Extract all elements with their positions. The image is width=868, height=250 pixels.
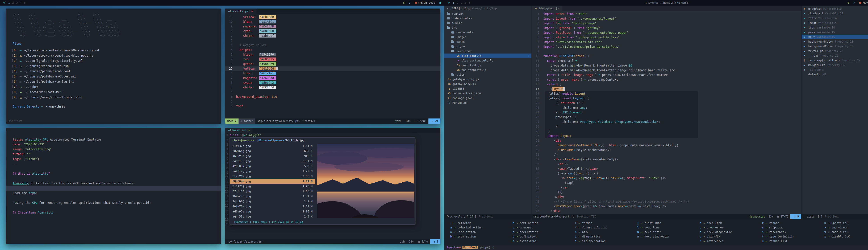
code-line[interactable]: Alacritty bills itself as the fastest te… (6, 181, 221, 186)
code-line[interactable]: 1alias lg='lazygit' (225, 133, 440, 138)
code-line[interactable] (6, 186, 221, 191)
vista-symbol[interactable]: default:48 (802, 72, 868, 77)
code-line[interactable] (6, 205, 221, 210)
startify-entry[interactable]: [3]$~/.config/zsh/aliases.zsh (12, 63, 221, 68)
code-line[interactable]: 39 ))} (531, 190, 802, 195)
code-line[interactable]: 8import "../style/themes/prism-darcula.l… (531, 45, 802, 49)
tree-item-src[interactable]: src (444, 25, 531, 30)
code-line[interactable]: 40 </div> (531, 195, 802, 199)
code-line[interactable]: 7 (225, 99, 440, 104)
workspace-1[interactable]: 1 (8, 1, 10, 4)
code-line[interactable]: 31 /> (531, 152, 802, 157)
code-line[interactable]: function BlogPost(props) { (446, 245, 494, 250)
vista-symbol[interactable]: ◆imageVariable:14 (802, 21, 868, 25)
startify-entry[interactable]: [4]⚙~/.config/picom/picom.conf (12, 68, 221, 74)
whichkey-entry[interactable]: b→next action (512, 221, 572, 225)
tree-item-gatsby-node.js[interactable]: JSgatsby-node.js (444, 82, 531, 86)
code-line[interactable]: 6 (225, 38, 440, 43)
code-line[interactable]: 29 dangerouslySetInnerHTML={{ __html: pr… (531, 143, 802, 148)
code-line[interactable]: date: "2020-05-23" (6, 142, 221, 147)
whichkey-entry[interactable]: z→disable CoC (824, 234, 868, 239)
whichkey-entry[interactable]: x→enable CoC (824, 230, 868, 234)
vista-symbol[interactable]: ◆thumbnailVariable:11 (802, 11, 868, 16)
code-line[interactable]: 27import Layout (531, 134, 802, 138)
startify-entry[interactable]: [6]⚙~/.config/polybar/config.ini (12, 79, 221, 84)
whichkey-entry[interactable]: a→selected action (449, 225, 510, 230)
file-row[interactable]: 07nEzQ3.jpg1.86 M (230, 189, 315, 194)
code-line[interactable]: 4 bright: (225, 48, 440, 52)
file-row[interactable]: 6liUVNY.jpg2.06 M (230, 174, 315, 179)
code-line[interactable]: 3 black: '#5c6370' (225, 52, 440, 57)
workspace-5[interactable]: 5 (24, 1, 26, 4)
whichkey-entry[interactable]: o→open link (699, 221, 759, 225)
code-line[interactable]: 4import { graphql } from "gatsby" (531, 26, 802, 30)
launcher-icon[interactable]: ❖ (447, 1, 450, 4)
file-row[interactable]: 24LrDFQ.jpg1.7 M (230, 199, 315, 204)
code-line[interactable]: 21 children: any; (531, 106, 802, 110)
workspace-5[interactable]: 5 (469, 1, 470, 4)
tree-item-README.md[interactable]: ⓘREADME.md (444, 101, 531, 105)
whichkey-entry[interactable]: N→next error (636, 230, 697, 234)
tree-item-post-list.js[interactable]: JSpost-list.js (444, 63, 531, 67)
code-line[interactable]: 30 className={style.markdownBody} (531, 148, 802, 152)
tree-item-package.json[interactable]: {}package.json (444, 96, 531, 101)
code-line[interactable]: 33 <br /> (531, 162, 802, 166)
code-line[interactable]: 43 </div> (531, 209, 802, 213)
whichkey-entry[interactable]: q→quickfix (699, 234, 759, 239)
whichkey-entry[interactable]: U→update CoC (824, 221, 868, 225)
vista-symbol[interactable]: ▪__htmlProperty:29 (802, 53, 868, 58)
code-line[interactable]: 37 {tag} (531, 180, 802, 185)
code-line[interactable]: 22 }): JSX.Element; (531, 110, 802, 115)
file-row[interactable]: 5oXQT7g.jpg1.22 M (230, 169, 315, 174)
file-row[interactable]: 6QbF0pb.jpg4.14 M (230, 179, 315, 184)
tree-item-tag-template.js[interactable]: JStag-template.js (444, 67, 531, 72)
whichkey-entry[interactable]: p→prev error (699, 225, 759, 230)
code-line[interactable]: 25 }; (531, 124, 802, 129)
vista-symbol[interactable]: ◆nextVariable:15 (802, 34, 868, 39)
code-line[interactable]: 16 return ( (531, 82, 802, 87)
whichkey-entry[interactable]: l→code lens (636, 225, 697, 230)
code-line[interactable]: 34 <span>Tagged in </span> (531, 166, 802, 171)
startify-entry[interactable]: [7]$~/.zshrc (12, 84, 221, 89)
whichkey-entry[interactable]: n→next diagnostic (636, 234, 697, 239)
code-line[interactable]: 28 <div (531, 138, 802, 143)
whichkey-entry[interactable]: c→commands (512, 225, 572, 230)
tree-item-utils[interactable]: utils (444, 72, 531, 77)
startify-entry[interactable]: [5]⚙~/.config/polybar/modules.ini (12, 74, 221, 79)
code-line[interactable]: --- (6, 132, 221, 137)
code-line[interactable]: 11 const thumbnail = (531, 59, 802, 63)
code-line[interactable]: 5 (225, 90, 440, 94)
file-row[interactable]: aghr5Ip.jpg249 K (230, 214, 315, 219)
code-line[interactable]: tags: ["linux"] (6, 157, 221, 161)
startify-entry[interactable]: [2]⚙~/.config/alacritty/alacritty.yml (12, 58, 221, 63)
vista-symbol[interactable]: ƒBlogPostFunction:10 (802, 6, 868, 11)
code-line[interactable]: 2 red: '#e06c75' (225, 57, 440, 62)
startify-entry[interactable]: [9]{}~/.config/nvim/coc-settings.json (12, 95, 221, 100)
whichkey-entry[interactable]: b→prev action (449, 234, 510, 239)
whichkey-entry[interactable]: j→float jump (636, 221, 697, 225)
whichkey-entry[interactable]: i→implementation (574, 239, 634, 243)
code-line[interactable]: 41 {/* <Share title={title} url={url} pa… (531, 199, 802, 204)
vista-symbol[interactable]: ◆Variable (802, 67, 868, 72)
workspace-2[interactable]: 2 (12, 1, 14, 4)
code-line[interactable]: 38 </a> (531, 185, 802, 190)
code-line[interactable]: 5import PostPager from "../components/po… (531, 30, 802, 35)
code-line[interactable]: 18(alias) module Layout (531, 91, 802, 96)
whichkey-entry[interactable]: p→prev diagnostic (699, 230, 759, 234)
whichkey-entry[interactable]: d→definition (512, 234, 572, 239)
code-line[interactable]: 20 ({ children }: { (531, 101, 802, 106)
whichkey-entry[interactable]: u→resume list (761, 239, 822, 243)
file-row[interactable]: 4b0RVJa.jpg943 K (230, 154, 315, 159)
code-line[interactable]: 3 cyan: '#56b6c2' (225, 80, 440, 85)
file-row[interactable]: 4Y6C0JV.jpg539 K (230, 164, 315, 169)
code-line[interactable]: 1import React from "react" (531, 12, 802, 16)
workspace-4[interactable]: 4 (465, 1, 466, 4)
launcher-icon[interactable]: ❖ (3, 1, 5, 4)
code-line[interactable]: 2 magenta: '#c678dd' (225, 76, 440, 80)
code-line[interactable]: 35 {tags.map((tag, i) => ( (531, 171, 802, 176)
file-row[interactable]: ad6v9Oy.jpg3.05 M (230, 209, 315, 214)
code-line[interactable]: 14 const { title, image, tags } = props.… (531, 73, 802, 77)
whichkey-entry[interactable]: a→line action (449, 230, 510, 234)
code-line[interactable]: 42 <PostPager prev={prev && prev.node} n… (531, 204, 802, 209)
code-line[interactable]: 5 # Bright colors (225, 43, 440, 48)
